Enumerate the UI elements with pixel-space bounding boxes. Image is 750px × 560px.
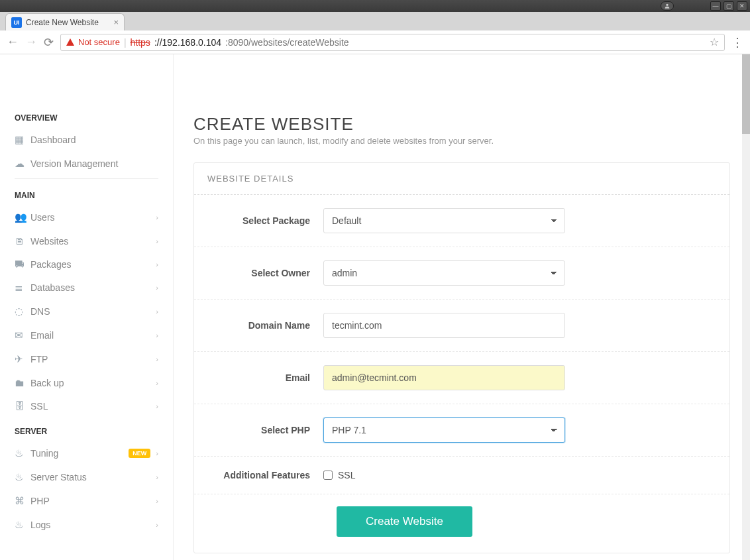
- page-subtitle: On this page you can launch, list, modif…: [193, 136, 730, 146]
- new-badge: NEW: [129, 449, 150, 458]
- sidebar-section-server: SERVER: [0, 418, 173, 441]
- chevron-right-icon: ›: [156, 260, 158, 268]
- sidebar-item-tuning[interactable]: ♨TuningNEW›: [0, 441, 173, 465]
- sidebar-item-serverstatus[interactable]: ♨Server Status›: [0, 465, 173, 489]
- chevron-right-icon: ›: [156, 521, 158, 529]
- sidebar-item-ftp[interactable]: ✈FTP›: [0, 347, 173, 371]
- svg-point-0: [666, 4, 668, 6]
- select-package[interactable]: Default: [323, 208, 565, 233]
- chevron-right-icon: ›: [156, 331, 158, 339]
- sidebar-item-php[interactable]: ⌘PHP›: [0, 489, 173, 513]
- briefcase-icon: 🗄: [15, 400, 30, 412]
- label-domain: Domain Name: [207, 320, 323, 331]
- tab-title: Create New Website: [26, 18, 99, 27]
- folder-icon: 🖿: [15, 377, 30, 388]
- php-icon: ⌘: [15, 495, 30, 507]
- bookmark-star-icon[interactable]: ☆: [710, 36, 719, 48]
- select-php[interactable]: PHP 7.1: [323, 418, 565, 443]
- plane-icon: ✈: [15, 353, 30, 365]
- sidebar-item-packages[interactable]: ⛟Packages›: [0, 252, 173, 276]
- sidebar-item-dns[interactable]: ◌DNS›: [0, 300, 173, 323]
- label-features: Additional Features: [207, 470, 323, 480]
- address-bar[interactable]: Not secure | https://192.168.0.104:8090/…: [60, 34, 725, 51]
- domain-input[interactable]: [323, 313, 565, 338]
- favicon-icon: UI: [11, 17, 22, 28]
- sidebar-section-main: MAIN: [0, 182, 173, 205]
- forward-icon: →: [25, 35, 37, 49]
- url-path: :8090/websites/createWebsite: [225, 37, 349, 48]
- label-email: Email: [207, 372, 323, 383]
- box-icon: ⛟: [15, 258, 30, 270]
- flame-icon: ♨: [15, 519, 30, 531]
- sidebar-item-databases[interactable]: ≣Databases›: [0, 276, 173, 300]
- os-titlebar: — ▢ ✕: [0, 0, 750, 12]
- insecure-warning-icon: [66, 38, 74, 46]
- label-owner: Select Owner: [207, 268, 323, 278]
- chevron-right-icon: ›: [156, 449, 158, 457]
- sidebar: OVERVIEW ▦Dashboard ☁Version Management …: [0, 54, 174, 560]
- flame-icon: ♨: [15, 471, 30, 483]
- chevron-right-icon: ›: [156, 284, 158, 292]
- url-host: ://192.168.0.104: [154, 37, 221, 48]
- chevron-right-icon: ›: [156, 379, 158, 387]
- browser-toolbar: ← → ⟳ Not secure | https://192.168.0.104…: [0, 30, 750, 54]
- browser-tabstrip: UI Create New Website ×: [0, 12, 750, 30]
- window-maximize-icon[interactable]: ▢: [723, 1, 734, 11]
- flame-icon: ♨: [15, 447, 30, 459]
- file-icon: 🗎: [15, 235, 30, 247]
- cloud-upload-icon: ☁: [15, 158, 30, 170]
- sidebar-item-websites[interactable]: 🗎Websites›: [0, 229, 173, 252]
- sidebar-item-version[interactable]: ☁Version Management: [0, 152, 173, 176]
- sidebar-item-dashboard[interactable]: ▦Dashboard: [0, 128, 173, 152]
- back-icon[interactable]: ←: [7, 35, 19, 49]
- website-details-card: WEBSITE DETAILS Select Package Default S…: [193, 162, 730, 553]
- envelope-icon: ✉: [15, 329, 30, 341]
- sidebar-section-overview: OVERVIEW: [0, 104, 173, 128]
- chevron-right-icon: ›: [156, 497, 158, 505]
- dashboard-icon: ▦: [15, 134, 30, 146]
- chevron-right-icon: ›: [156, 355, 158, 363]
- label-php: Select PHP: [207, 425, 323, 435]
- chevron-right-icon: ›: [156, 308, 158, 315]
- users-icon: 👥: [15, 211, 30, 223]
- chevron-right-icon: ›: [156, 402, 158, 410]
- browser-menu-icon[interactable]: ⋮: [731, 35, 743, 50]
- url-scheme: https: [131, 37, 150, 48]
- select-owner[interactable]: admin: [323, 260, 565, 286]
- tab-close-icon[interactable]: ×: [113, 17, 119, 27]
- reload-icon[interactable]: ⟳: [44, 35, 54, 50]
- ssl-checkbox[interactable]: [323, 471, 333, 480]
- chevron-right-icon: ›: [156, 237, 158, 245]
- bulb-icon: ◌: [15, 306, 30, 317]
- window-minimize-icon[interactable]: —: [710, 1, 721, 11]
- browser-tab[interactable]: UI Create New Website ×: [5, 13, 125, 30]
- user-session-icon[interactable]: [661, 1, 674, 11]
- not-secure-label: Not secure: [78, 37, 120, 47]
- card-title: WEBSITE DETAILS: [194, 163, 729, 195]
- sidebar-item-ssl[interactable]: 🗄SSL›: [0, 394, 173, 418]
- chevron-right-icon: ›: [156, 473, 158, 481]
- main-content: CREATE WEBSITE On this page you can laun…: [174, 54, 750, 560]
- database-icon: ≣: [15, 282, 30, 294]
- sidebar-item-logs[interactable]: ♨Logs›: [0, 513, 173, 537]
- sidebar-item-users[interactable]: 👥Users›: [0, 205, 173, 229]
- chevron-right-icon: ›: [156, 213, 158, 221]
- email-input[interactable]: [323, 365, 565, 390]
- sidebar-item-email[interactable]: ✉Email›: [0, 323, 173, 347]
- sidebar-item-backup[interactable]: 🖿Back up›: [0, 371, 173, 394]
- window-close-icon[interactable]: ✕: [737, 1, 747, 11]
- page-title: CREATE WEBSITE: [193, 114, 730, 135]
- ssl-checkbox-label: SSL: [338, 470, 355, 480]
- create-website-button[interactable]: Create Website: [337, 506, 472, 537]
- label-package: Select Package: [207, 215, 323, 226]
- scrollbar-thumb[interactable]: [742, 54, 750, 134]
